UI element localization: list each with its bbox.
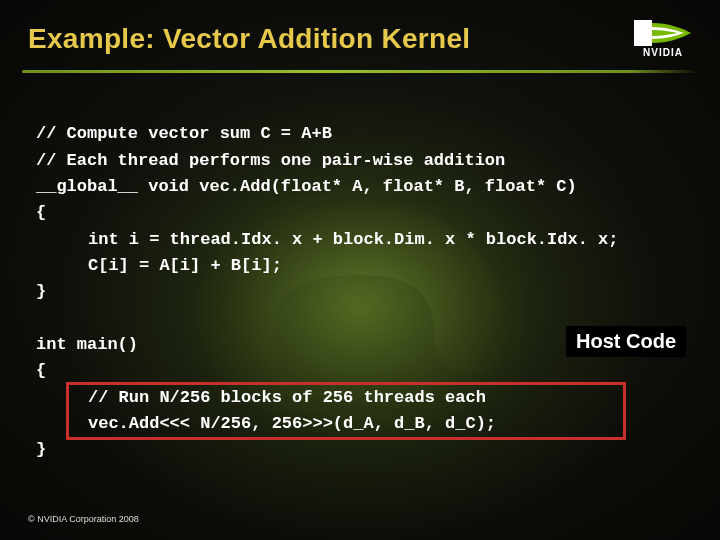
slide: Example: Vector Addition Kernel NVIDIA /… [0,0,720,540]
code-block: // Compute vector sum C = A+B // Each th… [0,73,720,464]
code-line: { [36,203,46,222]
code-line: // Compute vector sum C = A+B [36,124,332,143]
nvidia-logo: NVIDIA [634,20,692,58]
code-line: __global__ void vec.Add(float* A, float*… [36,177,577,196]
nvidia-wordmark: NVIDIA [643,47,683,58]
code-line: C[i] = A[i] + B[i]; [88,256,282,275]
code-line: // Run N/256 blocks of 256 threads each [88,388,486,407]
title-row: Example: Vector Addition Kernel NVIDIA [0,0,720,66]
code-line: int main() [36,335,138,354]
svg-rect-1 [634,20,652,46]
code-line: // Each thread performs one pair-wise ad… [36,151,505,170]
code-line: } [36,282,46,301]
code-line: vec.Add<<< N/256, 256>>>(d_A, d_B, d_C); [88,414,496,433]
code-line: { [36,361,46,380]
nvidia-eye-icon [634,20,692,46]
host-code-label: Host Code [566,326,686,357]
slide-title: Example: Vector Addition Kernel [28,23,622,55]
code-line: } [36,440,46,459]
copyright: © NVIDIA Corporation 2008 [28,514,139,524]
code-line: int i = thread.Idx. x + block.Dim. x * b… [88,230,619,249]
